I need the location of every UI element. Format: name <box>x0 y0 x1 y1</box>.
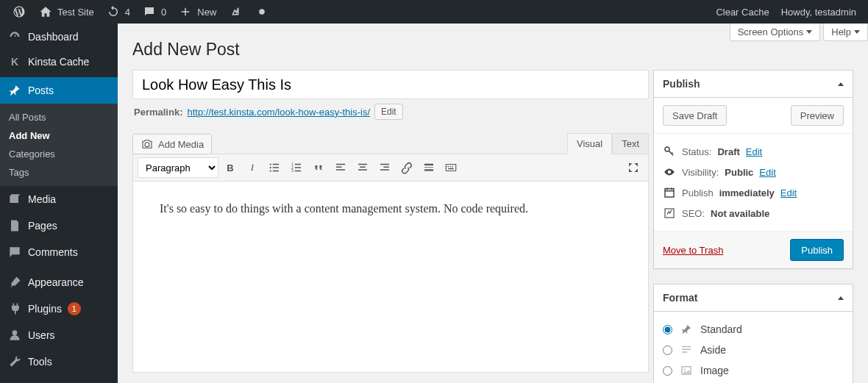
preview-button[interactable]: Preview <box>791 105 844 126</box>
svg-point-4 <box>270 170 271 171</box>
quote-button[interactable] <box>308 157 329 178</box>
svg-rect-17 <box>358 164 367 165</box>
status-dot[interactable] <box>249 0 275 24</box>
number-list-button[interactable]: 123 <box>286 157 307 178</box>
permalink-row: Permalink: http://test.kinsta.com/look-h… <box>134 104 647 120</box>
svg-rect-5 <box>273 164 279 165</box>
permalink-label: Permalink: <box>134 107 182 118</box>
svg-text:3: 3 <box>291 169 294 173</box>
sidebar-item-plugins[interactable]: Plugins1 <box>0 296 118 322</box>
wp-logo[interactable] <box>6 0 32 24</box>
permalink-link[interactable]: http://test.kinsta.com/look-how-easy-thi… <box>187 107 370 118</box>
link-button[interactable] <box>396 157 417 178</box>
format-select[interactable]: Paragraph <box>138 157 218 178</box>
svg-rect-16 <box>336 169 345 171</box>
svg-rect-21 <box>384 167 390 168</box>
svg-rect-15 <box>336 167 342 168</box>
move-to-trash-link[interactable]: Move to Trash <box>663 245 723 256</box>
sidebar-item-dashboard[interactable]: Dashboard <box>0 24 118 50</box>
align-left-button[interactable] <box>330 157 351 178</box>
new-link[interactable]: New <box>172 0 222 24</box>
seo-icon <box>228 4 243 19</box>
svg-rect-11 <box>295 164 301 165</box>
pages-icon <box>7 218 22 233</box>
dashboard-icon <box>7 29 22 44</box>
post-title-input[interactable] <box>132 70 649 99</box>
bold-button[interactable]: B <box>220 157 241 178</box>
sidebar-item-appearance[interactable]: Appearance <box>0 269 118 296</box>
align-right-button[interactable] <box>374 157 395 178</box>
svg-rect-33 <box>665 209 674 218</box>
toolbar-toggle-button[interactable] <box>441 157 461 178</box>
visibility-edit-link[interactable]: Edit <box>759 167 775 178</box>
readmore-button[interactable] <box>419 157 439 178</box>
site-link[interactable]: Test Site <box>32 0 100 24</box>
svg-rect-7 <box>273 171 279 172</box>
publish-button[interactable]: Publish <box>790 239 844 261</box>
image-icon <box>680 364 693 377</box>
bullet-list-button[interactable] <box>264 157 285 178</box>
tab-text[interactable]: Text <box>612 133 649 154</box>
help-toggle[interactable]: Help <box>823 24 868 41</box>
align-right-icon <box>378 161 391 174</box>
clear-cache-link[interactable]: Clear Cache <box>710 0 775 24</box>
media-icon <box>7 192 22 207</box>
save-draft-button[interactable]: Save Draft <box>663 105 727 126</box>
screen-options-toggle[interactable]: Screen Options <box>730 24 821 41</box>
sidebar-item-comments[interactable]: Comments <box>0 239 118 265</box>
account-link[interactable]: Howdy, testadmin <box>775 0 862 24</box>
seo-box-icon <box>663 207 676 220</box>
key-icon <box>663 145 676 158</box>
svg-point-38 <box>684 368 686 370</box>
updates-link[interactable]: 4 <box>100 0 136 24</box>
users-icon <box>7 328 22 343</box>
eye-icon <box>663 165 676 179</box>
schedule-edit-link[interactable]: Edit <box>780 187 797 198</box>
format-opt-image[interactable]: Image <box>663 360 844 381</box>
sidebar-item-media[interactable]: Media <box>0 186 118 212</box>
align-center-icon <box>356 161 369 174</box>
tab-visual[interactable]: Visual <box>567 133 612 154</box>
chevron-up-icon <box>838 296 844 300</box>
sidebar-item-pages[interactable]: Pages <box>0 212 118 239</box>
camera-icon <box>140 137 154 151</box>
list-ul-icon <box>268 161 281 174</box>
format-box-header[interactable]: Format <box>654 284 853 312</box>
comments-link[interactable]: 0 <box>136 0 172 24</box>
italic-button[interactable]: I <box>242 157 263 178</box>
submenu-all-posts[interactable]: All Posts <box>0 108 118 126</box>
home-icon <box>38 4 53 19</box>
format-box: Format Standard Aside Image Video <box>653 284 853 383</box>
publish-box: Publish Save Draft Preview Status:DraftE… <box>653 70 853 269</box>
main-content: Screen Options Help Add New Post Permali… <box>118 24 868 383</box>
sidebar-item-posts[interactable]: Posts <box>0 77 118 104</box>
admin-sidebar: Dashboard KKinsta Cache Posts All Posts … <box>0 24 118 383</box>
format-opt-standard[interactable]: Standard <box>663 319 844 340</box>
calendar-icon <box>663 186 676 199</box>
submenu-add-new[interactable]: Add New <box>0 126 118 145</box>
post-content-editor[interactable]: It's so easy to do things with a content… <box>132 182 649 373</box>
add-media-button[interactable]: Add Media <box>132 134 212 154</box>
sidebar-item-users[interactable]: Users <box>0 322 118 348</box>
publish-box-header[interactable]: Publish <box>654 71 853 98</box>
align-center-button[interactable] <box>352 157 373 178</box>
format-opt-aside[interactable]: Aside <box>663 340 844 360</box>
seo-link[interactable] <box>222 0 249 24</box>
sidebar-item-kinsta[interactable]: KKinsta Cache <box>0 50 118 74</box>
link-icon <box>400 161 413 174</box>
submenu-categories[interactable]: Categories <box>0 145 118 163</box>
status-edit-link[interactable]: Edit <box>746 146 762 157</box>
comment-icon <box>142 4 157 19</box>
svg-rect-26 <box>446 165 456 171</box>
svg-rect-29 <box>452 166 454 168</box>
svg-rect-27 <box>448 166 449 168</box>
permalink-edit-button[interactable]: Edit <box>374 104 403 120</box>
fullscreen-button[interactable] <box>623 157 644 178</box>
submenu-tags[interactable]: Tags <box>0 163 118 182</box>
svg-rect-28 <box>450 166 452 168</box>
circle-icon <box>255 4 269 19</box>
svg-rect-14 <box>336 164 345 165</box>
svg-rect-22 <box>380 169 389 171</box>
sidebar-item-tools[interactable]: Tools <box>0 348 118 375</box>
page-title: Add New Post <box>132 40 853 60</box>
